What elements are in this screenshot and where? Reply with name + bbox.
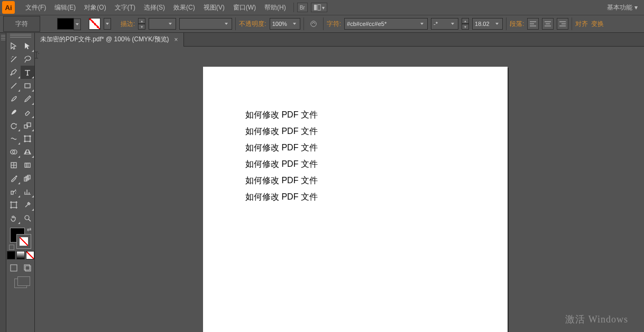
stroke-swatch[interactable] [89, 18, 100, 30]
mesh-tool[interactable] [7, 158, 21, 172]
symbol-sprayer-tool[interactable] [7, 185, 21, 198]
align-right-button[interactable] [557, 18, 568, 30]
character-panel-tab[interactable]: 字符 [3, 16, 40, 32]
slice-tool[interactable] [21, 198, 34, 211]
svg-point-7 [24, 136, 25, 137]
menu-view[interactable]: 视图(V) [199, 3, 229, 12]
svg-point-10 [30, 141, 31, 142]
align-label[interactable]: 对齐 [575, 20, 588, 29]
text-line: 如何修改 PDF 文件 [245, 172, 318, 189]
transform-label[interactable]: 变换 [591, 20, 604, 29]
text-line: 如何修改 PDF 文件 [245, 156, 318, 172]
font-size-field[interactable]: 18.02 [472, 18, 503, 30]
menu-effect[interactable]: 效果(C) [169, 3, 199, 12]
svg-rect-21 [11, 265, 17, 271]
recolor-icon[interactable] [307, 18, 320, 30]
menu-file[interactable]: 文件(F) [21, 3, 50, 12]
fill-swatch[interactable] [57, 18, 74, 30]
screen-mode-button[interactable] [14, 279, 27, 288]
text-line: 如何修改 PDF 文件 [245, 106, 318, 123]
stroke-swatch-dropdown[interactable] [104, 18, 111, 30]
text-line: 如何修改 PDF 文件 [245, 123, 318, 139]
tools-panel: ⇄ [6, 33, 35, 332]
opacity-label: 不透明度: [239, 20, 266, 29]
document-tab[interactable]: 未加密的PDF文件.pdf* @ 100% (CMYK/预览) × [35, 33, 184, 47]
close-tab-icon[interactable]: × [174, 36, 178, 43]
blob-brush-tool[interactable] [7, 105, 21, 119]
artboard[interactable]: 如何修改 PDF 文件 如何修改 PDF 文件 如何修改 PDF 文件 如何修改… [203, 67, 508, 332]
document-title: 未加密的PDF文件.pdf* @ 100% (CMYK/预览) [40, 35, 169, 44]
stroke-label: 描边: [121, 20, 135, 29]
workspace-switcher[interactable]: 基本功能▾ [604, 2, 641, 13]
free-transform-tool[interactable] [21, 132, 34, 145]
rectangle-tool[interactable] [21, 79, 34, 92]
menu-help[interactable]: 帮助(H) [260, 3, 290, 12]
paintbrush-tool[interactable] [7, 92, 21, 105]
blend-tool[interactable] [21, 172, 34, 185]
column-graph-tool[interactable] [21, 185, 34, 198]
left-dock-grip[interactable] [0, 33, 6, 332]
scale-tool[interactable] [21, 119, 34, 132]
paragraph-label: 段落: [510, 20, 524, 29]
align-center-button[interactable] [542, 18, 554, 30]
line-tool[interactable] [7, 79, 21, 92]
align-left-button[interactable] [527, 18, 539, 30]
draw-normal-icon[interactable] [10, 264, 18, 274]
color-proxy[interactable]: ⇄ [9, 227, 32, 250]
canvas-area[interactable]: 如何修改 PDF 文件 如何修改 PDF 文件 如何修改 PDF 文件 如何修改… [35, 47, 644, 332]
menu-bar: Ai 文件(F) 编辑(E) 对象(O) 文字(T) 选择(S) 效果(C) 视… [0, 0, 644, 15]
zoom-tool[interactable] [21, 211, 34, 225]
type-tool[interactable] [21, 66, 34, 79]
magic-wand-tool[interactable] [7, 52, 21, 66]
menu-type[interactable]: 文字(T) [111, 3, 140, 12]
font-size-stepper[interactable]: ▲▼ [462, 18, 469, 30]
brush-field[interactable] [179, 18, 232, 30]
eyedropper-tool[interactable] [7, 172, 21, 185]
perspective-grid-tool[interactable] [21, 145, 34, 158]
default-colors-icon[interactable] [9, 245, 14, 250]
color-mode-gradient[interactable] [16, 251, 25, 259]
svg-rect-6 [25, 136, 30, 141]
menu-window[interactable]: 窗口(W) [229, 3, 260, 12]
lasso-tool[interactable] [21, 52, 34, 66]
app-logo: Ai [2, 1, 15, 14]
stroke-weight-stepper[interactable]: ▲▼ [138, 18, 145, 30]
rotate-tool[interactable] [7, 119, 21, 132]
opacity-field[interactable]: 100% [270, 18, 300, 30]
stroke-color[interactable] [16, 234, 31, 249]
document-tabs: 未加密的PDF文件.pdf* @ 100% (CMYK/预览) × [35, 33, 644, 47]
menu-edit[interactable]: 编辑(E) [50, 3, 80, 12]
windows-watermark: 激活 Windows [565, 313, 628, 326]
menu-object[interactable]: 对象(O) [80, 3, 110, 12]
workspace-label: 基本功能 [607, 3, 632, 12]
svg-rect-3 [25, 84, 30, 88]
direct-selection-tool[interactable] [21, 39, 34, 52]
color-mode-solid[interactable] [7, 251, 15, 259]
selection-tool[interactable] [7, 39, 21, 52]
gradient-tool[interactable] [21, 158, 34, 172]
text-line: 如何修改 PDF 文件 [245, 139, 318, 156]
font-style-field[interactable]: -* [431, 18, 458, 30]
arrange-docs-button[interactable]: ▾ [311, 3, 327, 12]
svg-point-2 [310, 21, 316, 27]
options-bar: 字符 描边: ▲▼ 不透明度: 100% 字符: #cb#ce#cc#e5* -… [0, 15, 644, 33]
draw-behind-icon[interactable] [23, 264, 32, 274]
font-field[interactable]: #cb#ce#cc#e5* [344, 18, 428, 30]
shape-builder-tool[interactable] [7, 145, 21, 158]
tools-grip[interactable] [10, 34, 31, 38]
width-tool[interactable] [7, 132, 21, 145]
swap-colors-icon[interactable]: ⇄ [27, 227, 31, 232]
hand-tool[interactable] [7, 211, 21, 225]
stroke-weight-field[interactable] [149, 18, 176, 30]
menu-select[interactable]: 选择(S) [140, 3, 169, 12]
svg-rect-19 [11, 202, 16, 208]
pencil-tool[interactable] [21, 92, 34, 105]
text-frame[interactable]: 如何修改 PDF 文件 如何修改 PDF 文件 如何修改 PDF 文件 如何修改… [245, 106, 318, 205]
pen-tool[interactable] [7, 66, 21, 79]
eraser-tool[interactable] [21, 105, 34, 119]
artboard-tool[interactable] [7, 198, 21, 211]
svg-rect-18 [11, 191, 13, 194]
bridge-button[interactable]: Br [297, 3, 308, 12]
svg-rect-0 [314, 5, 317, 11]
color-mode-none[interactable] [26, 251, 34, 259]
